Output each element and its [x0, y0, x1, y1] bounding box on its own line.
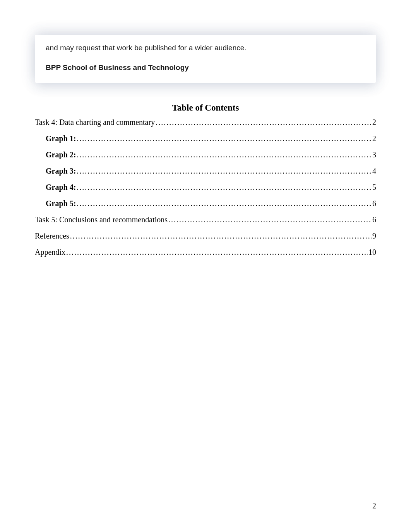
info-callout-line: and may request that work be published f…	[46, 43, 365, 53]
toc-entry-page: 5	[372, 183, 376, 191]
toc-leader-dots	[168, 216, 372, 223]
document-page: and may request that work be published f…	[0, 0, 411, 532]
toc-entry-page: 10	[368, 248, 376, 256]
toc-entry[interactable]: Graph 2: 3	[35, 151, 376, 159]
toc-entry-label: Graph 4:	[46, 183, 76, 191]
toc-entry[interactable]: Graph 1: 2	[35, 135, 376, 142]
toc-entry[interactable]: Task 4: Data charting and commentary 2	[35, 118, 376, 126]
info-callout-box: and may request that work be published f…	[35, 35, 376, 83]
toc-leader-dots	[70, 232, 372, 240]
toc-entry-label: References	[35, 232, 69, 240]
toc-entry-page: 4	[372, 167, 376, 175]
toc-entry[interactable]: Graph 4: 5	[35, 183, 376, 191]
toc-leader-dots	[77, 183, 372, 191]
toc-entry[interactable]: Appendix 10	[35, 248, 376, 256]
toc-entry-label: Task 4: Data charting and commentary	[35, 118, 155, 126]
toc-entry-page: 9	[372, 232, 376, 240]
toc-leader-dots	[66, 248, 368, 256]
toc-leader-dots	[77, 200, 372, 207]
toc-entry-page: 2	[372, 118, 376, 126]
toc-entry-page: 6	[372, 200, 376, 207]
toc-leader-dots	[156, 118, 372, 126]
table-of-contents: Task 4: Data charting and commentary 2 G…	[35, 118, 376, 256]
page-number: 2	[372, 501, 376, 510]
toc-entry-label: Graph 5:	[46, 200, 76, 207]
toc-leader-dots	[77, 135, 372, 142]
toc-entry-label: Graph 2:	[46, 151, 76, 159]
toc-entry-label: Graph 1:	[46, 135, 76, 142]
toc-heading: Table of Contents	[35, 103, 376, 113]
toc-entry-page: 2	[372, 135, 376, 142]
toc-entry-page: 3	[372, 151, 376, 159]
toc-entry-label: Appendix	[35, 248, 65, 256]
info-school-name: BPP School of Business and Technology	[46, 63, 365, 72]
toc-leader-dots	[77, 167, 372, 175]
toc-entry[interactable]: References 9	[35, 232, 376, 240]
toc-entry[interactable]: Task 5: Conclusions and recommendations …	[35, 216, 376, 223]
toc-entry[interactable]: Graph 3: 4	[35, 167, 376, 175]
toc-entry-page: 6	[372, 216, 376, 223]
toc-entry-label: Task 5: Conclusions and recommendations	[35, 216, 168, 223]
toc-leader-dots	[77, 151, 372, 159]
toc-entry-label: Graph 3:	[46, 167, 76, 175]
toc-entry[interactable]: Graph 5: 6	[35, 200, 376, 207]
